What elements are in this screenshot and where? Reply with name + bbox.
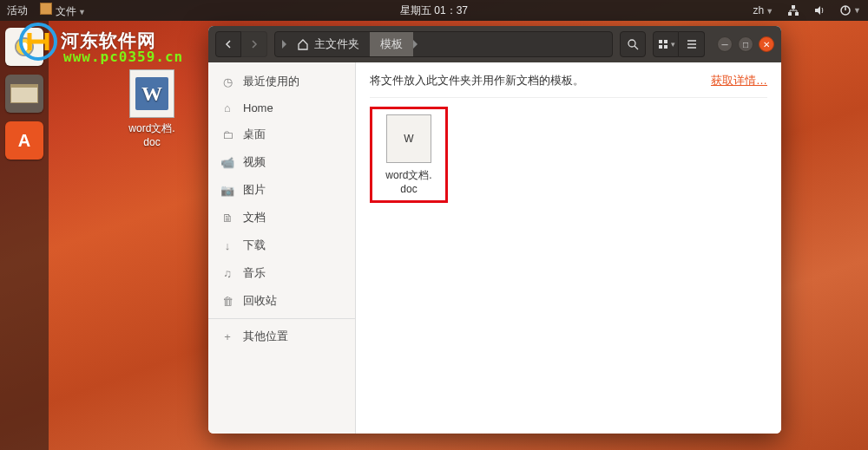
files-app-icon	[40, 3, 52, 15]
svg-rect-3	[795, 12, 799, 16]
svg-rect-10	[659, 45, 662, 49]
sidebar-item-desktop[interactable]: 🗀桌面	[208, 121, 355, 148]
chevron-left-icon	[224, 40, 233, 49]
home-icon	[297, 38, 309, 50]
home-icon: ⌂	[220, 101, 234, 114]
banner-text: 将文件放入此文件夹并用作新文档的模板。	[370, 73, 584, 88]
folder-icon: 🗀	[220, 128, 234, 141]
site-logo-icon	[19, 23, 57, 61]
chevron-right-icon	[250, 40, 259, 49]
plus-icon: +	[220, 330, 234, 343]
window-buttons: ─ □ ✕	[717, 36, 774, 52]
breadcrumb-current[interactable]: 模板	[370, 32, 413, 56]
svg-rect-8	[659, 40, 662, 43]
content-area[interactable]: 将文件放入此文件夹并用作新文档的模板。 获取详情… W word文档. doc	[356, 62, 781, 434]
dock-files[interactable]	[5, 75, 43, 113]
svg-point-6	[628, 40, 635, 47]
svg-rect-2	[788, 12, 792, 16]
path-more-icon	[413, 40, 418, 49]
volume-icon[interactable]	[813, 4, 825, 16]
files-window: 主文件夹 模板 ▾ ─ □ ✕ ◷最近使用的 ⌂Home 🗀桌面 📹视频 📷图片…	[208, 26, 781, 434]
center-watermark: www.gHome.NET	[382, 215, 471, 228]
trash-icon: 🗑	[220, 295, 234, 308]
video-icon: 📹	[220, 156, 234, 169]
file-item-word[interactable]: W word文档. doc	[370, 107, 448, 203]
sidebar-item-music[interactable]: ♫音乐	[208, 259, 355, 287]
camera-icon: 📷	[220, 184, 234, 197]
sidebar: ◷最近使用的 ⌂Home 🗀桌面 📹视频 📷图片 🗎文档 ↓下载 ♫音乐 🗑回收…	[208, 62, 356, 434]
sidebar-item-trash[interactable]: 🗑回收站	[208, 287, 355, 315]
hamburger-menu-button[interactable]	[679, 31, 705, 57]
banner-link[interactable]: 获取详情…	[711, 73, 767, 88]
sidebar-item-videos[interactable]: 📹视频	[208, 148, 355, 176]
svg-rect-1	[792, 5, 795, 9]
minimize-button[interactable]: ─	[717, 36, 733, 52]
hamburger-icon	[686, 38, 698, 50]
svg-rect-11	[664, 45, 667, 49]
document-icon: 🗎	[220, 212, 234, 225]
sidebar-item-pictures[interactable]: 📷图片	[208, 176, 355, 204]
sidebar-item-other[interactable]: +其他位置	[208, 323, 355, 350]
app-menu[interactable]: 文件▼	[40, 3, 86, 19]
sidebar-item-home[interactable]: ⌂Home	[208, 95, 355, 121]
search-button[interactable]	[620, 31, 646, 57]
desktop-file-word[interactable]: W word文档. doc	[113, 69, 191, 148]
nav-buttons	[215, 31, 267, 57]
list-view-icon	[657, 38, 669, 50]
template-banner: 将文件放入此文件夹并用作新文档的模板。 获取详情…	[370, 73, 767, 98]
clock[interactable]: 星期五 01：37	[400, 3, 468, 18]
clock-icon: ◷	[220, 75, 234, 88]
power-icon[interactable]: ▼	[839, 4, 861, 16]
file-thumb: W	[129, 69, 174, 118]
forward-button[interactable]	[241, 31, 267, 57]
desktop-file-label: word文档. doc	[113, 121, 191, 148]
music-icon: ♫	[220, 267, 234, 280]
sidebar-item-documents[interactable]: 🗎文档	[208, 204, 355, 232]
view-mode-button[interactable]: ▾	[653, 31, 679, 57]
svg-rect-9	[664, 40, 667, 43]
sidebar-item-downloads[interactable]: ↓下载	[208, 232, 355, 259]
file-grid: W word文档. doc	[370, 107, 767, 203]
store-icon: A	[18, 131, 30, 151]
network-icon[interactable]	[787, 4, 799, 16]
file-label: word文档. doc	[378, 168, 440, 195]
drawer-icon	[10, 84, 38, 103]
svg-line-7	[635, 46, 638, 49]
gnome-topbar: 活动 文件▼ 星期五 01：37 zh▼ ▼	[0, 0, 868, 21]
input-method-indicator[interactable]: zh▼	[753, 4, 773, 16]
breadcrumb: 主文件夹 模板	[274, 31, 613, 57]
window-header[interactable]: 主文件夹 模板 ▾ ─ □ ✕	[208, 26, 781, 62]
activities-button[interactable]: 活动	[7, 3, 28, 18]
dock-software[interactable]: A	[5, 121, 43, 160]
search-icon	[627, 38, 639, 50]
close-button[interactable]: ✕	[759, 36, 774, 52]
back-button[interactable]	[215, 31, 241, 57]
maximize-button[interactable]: □	[738, 36, 753, 52]
sidebar-separator	[208, 318, 355, 319]
breadcrumb-home[interactable]: 主文件夹	[286, 32, 370, 56]
sidebar-item-recent[interactable]: ◷最近使用的	[208, 68, 355, 95]
word-icon: W	[404, 133, 413, 145]
file-thumb: W	[386, 114, 431, 163]
dock: A	[0, 21, 49, 450]
view-controls: ▾	[653, 31, 705, 57]
word-icon: W	[135, 77, 168, 110]
site-url-watermark: www.pc0359.cn	[63, 49, 183, 65]
download-icon: ↓	[220, 239, 234, 252]
